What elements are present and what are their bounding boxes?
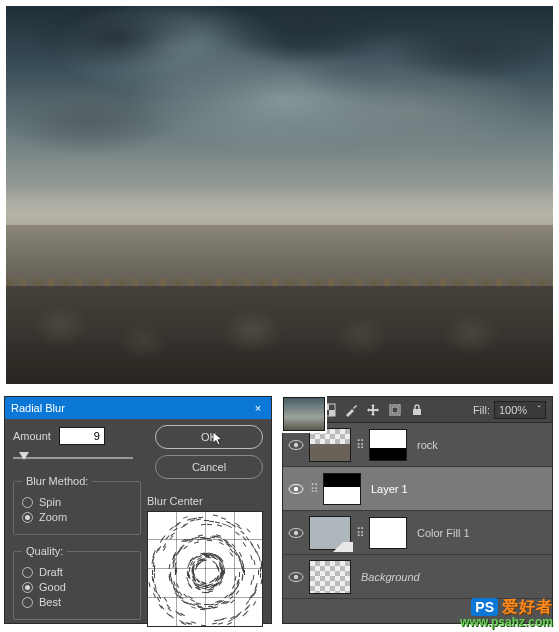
document-canvas [6, 6, 553, 384]
layer-thumbnail[interactable] [309, 428, 351, 462]
layer-mask-thumbnail[interactable] [369, 429, 407, 461]
ok-button[interactable]: OK [155, 425, 263, 449]
layer-row-background[interactable]: Background [283, 555, 552, 599]
svg-point-7 [294, 442, 298, 446]
layer-name[interactable]: rock [417, 439, 438, 451]
amount-label: Amount [13, 430, 51, 442]
cancel-button[interactable]: Cancel [155, 455, 263, 479]
svg-point-9 [294, 486, 298, 490]
radio-best[interactable]: Best [22, 596, 132, 608]
artboard-lock-icon[interactable] [387, 402, 403, 418]
fill-value: 100% [499, 404, 527, 416]
visibility-icon[interactable] [287, 568, 305, 586]
layer-name[interactable]: Layer 1 [371, 483, 408, 495]
chevron-down-icon: ˇ [537, 404, 541, 416]
slider-track [13, 457, 133, 459]
move-lock-icon[interactable] [365, 402, 381, 418]
visibility-icon[interactable] [287, 524, 305, 542]
cursor-icon [213, 432, 223, 446]
blur-method-legend: Blur Method: [22, 475, 92, 487]
layer-thumbnail[interactable] [309, 560, 351, 594]
dialog-titlebar[interactable]: Radial Blur × [5, 397, 271, 419]
svg-rect-5 [413, 409, 421, 415]
radio-good[interactable]: Good [22, 581, 132, 593]
radio-spin[interactable]: Spin [22, 496, 132, 508]
svg-rect-4 [392, 407, 398, 413]
layer-thumbnail[interactable] [309, 516, 351, 550]
quality-group: Quality: Draft Good Best [13, 545, 141, 620]
slider-thumb[interactable] [19, 452, 29, 460]
dialog-title: Radial Blur [11, 402, 65, 414]
rock-wall [6, 286, 553, 384]
layer-mask-thumbnail[interactable] [369, 517, 407, 549]
amount-slider[interactable] [13, 451, 133, 465]
link-icon[interactable]: ⠿ [355, 438, 365, 452]
svg-rect-2 [329, 410, 335, 416]
close-icon[interactable]: × [251, 401, 265, 415]
layer-mask-thumbnail[interactable] [323, 473, 361, 505]
brush-icon[interactable] [343, 402, 359, 418]
cancel-label: Cancel [192, 461, 226, 473]
dialog-body: Amount OK Cancel Blur Method: Spin Zoom [5, 419, 271, 625]
blur-center-grid[interactable] [147, 511, 263, 627]
fill-label: Fill: [473, 404, 490, 416]
visibility-icon[interactable] [287, 436, 305, 454]
lock-all-icon[interactable] [409, 402, 425, 418]
link-icon[interactable]: ⠿ [309, 482, 319, 496]
svg-point-13 [294, 574, 298, 578]
layer-row-layer1[interactable]: ⠿ Layer 1 [283, 467, 552, 511]
visibility-icon[interactable] [287, 480, 305, 498]
link-icon[interactable]: ⠿ [355, 526, 365, 540]
layer-name[interactable]: Background [361, 571, 420, 583]
layer-row-colorfill[interactable]: ⠿ Color Fill 1 [283, 511, 552, 555]
layer-name[interactable]: Color Fill 1 [417, 527, 470, 539]
radial-blur-dialog: Radial Blur × Amount OK Cancel Blur Me [4, 396, 272, 624]
sky-region [6, 6, 553, 214]
svg-point-11 [294, 530, 298, 534]
layer-thumbnail[interactable] [283, 397, 325, 431]
fill-dropdown[interactable]: 100% ˇ [494, 401, 546, 419]
clouds [6, 6, 553, 214]
radio-zoom[interactable]: Zoom [22, 511, 132, 523]
quality-legend: Quality: [22, 545, 67, 557]
amount-input[interactable] [59, 427, 105, 445]
layers-panel: Lock: Fill: 100% ˇ ⠿ rock ⠿ Layer 1 ⠿ [282, 396, 553, 624]
blur-method-group: Blur Method: Spin Zoom [13, 475, 141, 535]
blur-center-label: Blur Center [147, 495, 265, 507]
radio-draft[interactable]: Draft [22, 566, 132, 578]
